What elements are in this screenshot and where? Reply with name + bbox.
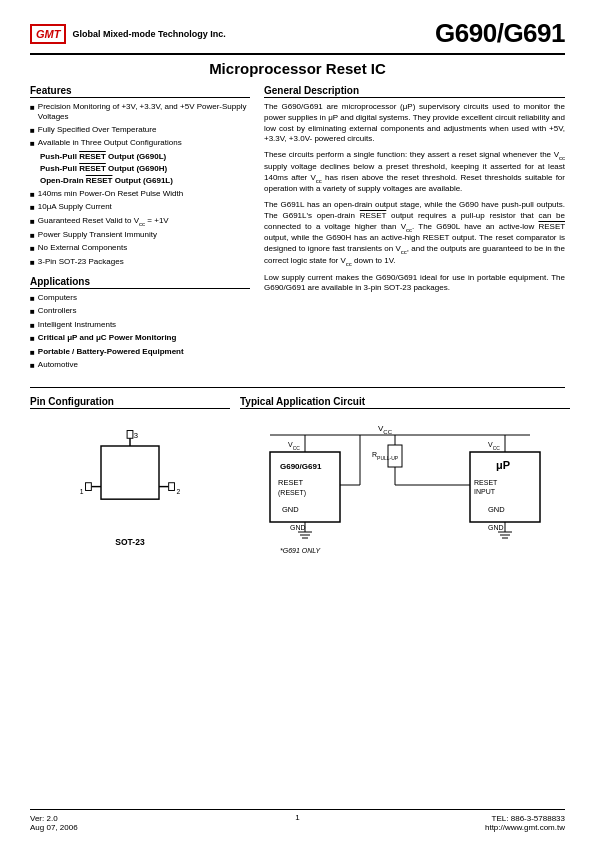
svg-text:RESET: RESET — [278, 478, 303, 487]
svg-text:μP: μP — [496, 459, 510, 471]
list-item: ■Computers — [30, 293, 250, 304]
circuit-svg: VCC G690/G691 RESET (RESET) GND VCC — [240, 417, 570, 557]
left-column: Features ■Precision Monitoring of +3V, +… — [30, 85, 250, 379]
footer: Ver: 2.0 Aug 07, 2006 1 TEL: 886-3-57888… — [30, 809, 565, 832]
bullet-icon: ■ — [30, 348, 35, 358]
list-item: ■140ms min Power-On Reset Pulse Width — [30, 189, 250, 200]
product-title: G690/G691 — [435, 18, 565, 49]
list-item: Push-Pull RESET Output (G690H) — [30, 164, 250, 174]
list-item: ■Intelligent Instruments — [30, 320, 250, 331]
svg-text:INPUT: INPUT — [474, 488, 496, 495]
bullet-icon: ■ — [30, 334, 35, 344]
features-list: ■Precision Monitoring of +3V, +3.3V, and… — [30, 102, 250, 268]
list-item: ■Guaranteed Reset Valid to Vcc = +1V — [30, 216, 250, 228]
feature-text: 140ms min Power-On Reset Pulse Width — [38, 189, 183, 199]
list-item: ■Critical μP and μC Power Monitoring — [30, 333, 250, 344]
pin-diagram: 3 1 2 SOT-23 — [30, 417, 230, 547]
svg-rect-0 — [101, 446, 159, 499]
bullet-icon: ■ — [30, 294, 35, 304]
feature-text: 10μA Supply Current — [38, 202, 112, 212]
list-item: ■Available in Three Output Configuration… — [30, 138, 250, 149]
desc-para-3: The G691L has an open-drain output stage… — [264, 200, 565, 267]
section-divider — [30, 387, 565, 388]
svg-text:VCC: VCC — [378, 424, 393, 435]
sot23-package-label: SOT-23 — [115, 537, 144, 547]
bullet-icon: ■ — [30, 231, 35, 241]
bullet-icon: ■ — [30, 190, 35, 200]
feature-text: 3-Pin SOT-23 Packages — [38, 257, 124, 267]
logo-box: GMT — [30, 24, 66, 44]
bullet-icon: ■ — [30, 203, 35, 213]
list-item: Open-Drain RESET Output (G691L) — [30, 176, 250, 186]
app-text: Intelligent Instruments — [38, 320, 116, 330]
app-text: Automotive — [38, 360, 78, 370]
svg-text:2: 2 — [176, 489, 180, 496]
bullet-icon: ■ — [30, 103, 35, 113]
subtitle: Microprocessor Reset IC — [30, 60, 565, 77]
list-item: ■Power Supply Transient Immunity — [30, 230, 250, 241]
app-text: Controllers — [38, 306, 77, 316]
svg-text:GND: GND — [488, 505, 505, 514]
pin-config-section: Pin Configuration 3 — [30, 396, 230, 559]
company-name: Global Mixed-mode Technology Inc. — [72, 29, 225, 39]
page: GMT Global Mixed-mode Technology Inc. G6… — [0, 0, 595, 842]
list-item: ■Precision Monitoring of +3V, +3.3V, and… — [30, 102, 250, 123]
bullet-icon: ■ — [30, 321, 35, 331]
app-text: Portable / Battery-Powered Equipment — [38, 347, 184, 357]
feature-text: Precision Monitoring of +3V, +3.3V, and … — [38, 102, 250, 123]
version-label: Ver: 2.0 — [30, 814, 78, 823]
svg-rect-7 — [127, 431, 133, 439]
page-number: 1 — [295, 813, 299, 822]
date-label: Aug 07, 2006 — [30, 823, 78, 832]
footer-right: TEL: 886-3-5788833 http://www.gmt.com.tw — [485, 814, 565, 832]
list-item: ■Automotive — [30, 360, 250, 371]
app-text: Computers — [38, 293, 77, 303]
list-item: ■3-Pin SOT-23 Packages — [30, 257, 250, 268]
svg-text:3: 3 — [134, 432, 138, 441]
list-item: ■Controllers — [30, 306, 250, 317]
feature-text: Power Supply Transient Immunity — [38, 230, 157, 240]
desc-para-4: Low supply current makes the G690/G691 i… — [264, 273, 565, 295]
features-title: Features — [30, 85, 250, 98]
list-item: ■No External Components — [30, 243, 250, 254]
svg-text:GND: GND — [290, 524, 306, 531]
header: GMT Global Mixed-mode Technology Inc. G6… — [30, 18, 565, 55]
bullet-icon: ■ — [30, 139, 35, 149]
list-item: ■Fully Specified Over Temperature — [30, 125, 250, 136]
feature-text: Guaranteed Reset Valid to Vcc = +1V — [38, 216, 169, 228]
desc-para-1: The G690/G691 are microprocessor (μP) su… — [264, 102, 565, 145]
tel-label: TEL: 886-3-5788833 — [485, 814, 565, 823]
svg-text:GND: GND — [282, 505, 299, 514]
feature-text: Push-Pull RESET Output (G690L) — [40, 152, 166, 162]
bullet-icon: ■ — [30, 217, 35, 227]
bullet-icon: ■ — [30, 244, 35, 254]
typical-circuit-title: Typical Application Circuit — [240, 396, 570, 409]
website-label: http://www.gmt.com.tw — [485, 823, 565, 832]
main-content: Features ■Precision Monitoring of +3V, +… — [30, 85, 565, 379]
feature-text: Push-Pull RESET Output (G690H) — [40, 164, 167, 174]
list-item: ■10μA Supply Current — [30, 202, 250, 213]
desc-para-2: These circuits perform a single function… — [264, 150, 565, 195]
feature-text: Fully Specified Over Temperature — [38, 125, 157, 135]
bullet-icon: ■ — [30, 126, 35, 136]
applications-list: ■Computers ■Controllers ■Intelligent Ins… — [30, 293, 250, 371]
svg-text:(RESET): (RESET) — [278, 489, 306, 497]
svg-text:1: 1 — [80, 489, 84, 496]
svg-rect-6 — [169, 483, 175, 491]
svg-text:VCC: VCC — [488, 441, 500, 451]
bottom-section: Pin Configuration 3 — [30, 396, 565, 559]
bullet-icon: ■ — [30, 361, 35, 371]
svg-rect-5 — [86, 483, 92, 491]
svg-text:VCC: VCC — [288, 441, 300, 451]
typical-circuit-section: Typical Application Circuit VCC G690/G69… — [240, 396, 570, 559]
feature-text: Open-Drain RESET Output (G691L) — [40, 176, 173, 186]
list-item: ■Portable / Battery-Powered Equipment — [30, 347, 250, 358]
list-item: Push-Pull RESET Output (G690L) — [30, 152, 250, 162]
svg-text:GND: GND — [488, 524, 504, 531]
pin-config-title: Pin Configuration — [30, 396, 230, 409]
right-column: General Description The G690/G691 are mi… — [264, 85, 565, 379]
sot23-diagram: 3 1 2 — [50, 417, 210, 533]
feature-text: No External Components — [38, 243, 127, 253]
svg-text:*G691 ONLY: *G691 ONLY — [280, 547, 322, 554]
applications-title: Applications — [30, 276, 250, 289]
